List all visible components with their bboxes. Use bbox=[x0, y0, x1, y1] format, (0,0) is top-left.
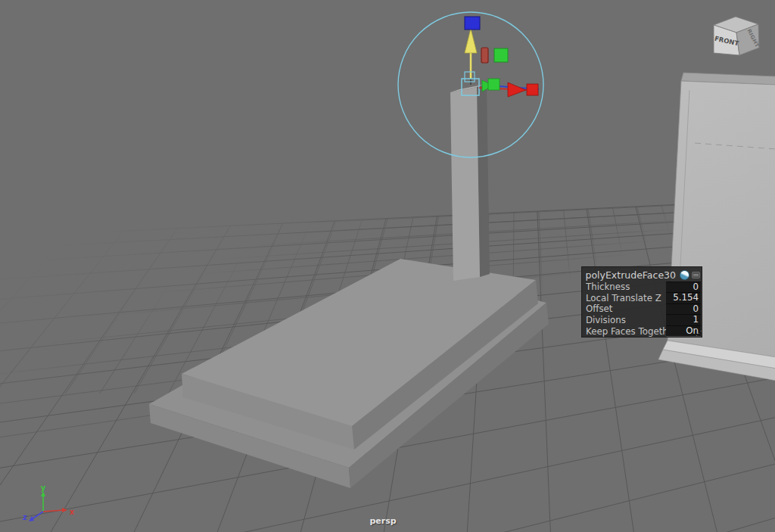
poly-node-sphere-icon[interactable] bbox=[680, 270, 689, 280]
column-front-face bbox=[450, 87, 480, 281]
y-axis-gizmo-label: y bbox=[41, 484, 46, 492]
hud-label-divisions: Divisions bbox=[586, 315, 666, 325]
hud-row-divisions: Divisions 1 bbox=[582, 315, 702, 326]
hud-label-offset: Offset bbox=[586, 303, 666, 314]
hud-row-thickness: Thickness 0 bbox=[582, 282, 702, 293]
green-axis-cube[interactable] bbox=[488, 79, 500, 90]
panel-menu-icon[interactable] bbox=[692, 272, 700, 278]
maya-viewport[interactable]: FRONT RIGHT y x z polyExtrudeFace30 Thic… bbox=[0, 0, 775, 532]
hud-field-local-translate-z[interactable]: 5.154 bbox=[666, 292, 701, 304]
hud-field-thickness[interactable]: 0 bbox=[666, 282, 701, 294]
poly-extrude-hud-panel[interactable]: polyExtrudeFace30 Thickness 0 Local Tran… bbox=[581, 266, 702, 338]
z-axis-gizmo-label: z bbox=[23, 513, 27, 521]
red-scale-handle[interactable] bbox=[481, 48, 488, 63]
hud-field-offset[interactable]: 0 bbox=[666, 303, 701, 316]
hud-row-keep-faces-together: Keep Faces Together On bbox=[582, 325, 702, 337]
hud-node-title: polyExtrudeFace30 bbox=[585, 269, 676, 281]
panel-resize-grip[interactable]: ⋰ bbox=[696, 331, 701, 337]
x-axis-gizmo-label: x bbox=[70, 508, 75, 516]
x-axis-cube[interactable] bbox=[527, 84, 538, 95]
camera-name-label[interactable]: persp bbox=[356, 516, 410, 526]
green-toggle-handle[interactable] bbox=[494, 48, 508, 62]
hud-row-local-translate-z: Local Translate Z 5.154 bbox=[582, 293, 702, 304]
hud-label-thickness: Thickness bbox=[586, 282, 666, 292]
z-extrude-cube-handle[interactable] bbox=[465, 17, 480, 30]
hud-label-keep-faces-together: Keep Faces Together bbox=[586, 326, 666, 337]
hud-field-divisions[interactable]: 1 bbox=[666, 314, 701, 326]
hud-label-local-translate-z: Local Translate Z bbox=[586, 293, 666, 303]
hud-title-bar[interactable]: polyExtrudeFace30 bbox=[582, 267, 702, 282]
view-cube[interactable]: FRONT RIGHT bbox=[714, 17, 761, 55]
hud-row-offset: Offset 0 bbox=[582, 303, 702, 315]
